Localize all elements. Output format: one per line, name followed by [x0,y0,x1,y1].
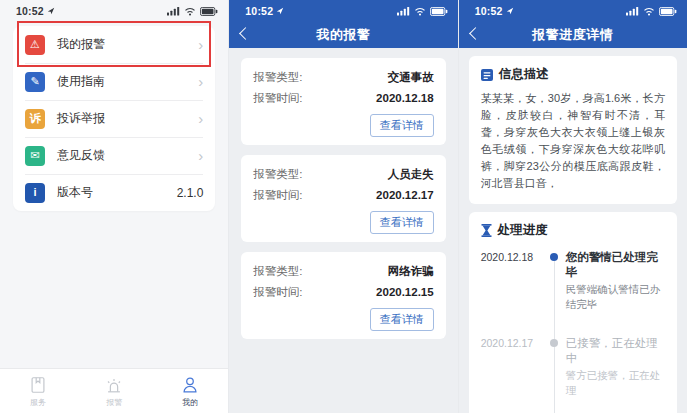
status-bar: 10:52 [0,0,228,22]
guide-pencil-icon: ✎ [25,72,45,92]
progress-panel: 处理进度 2020.12.18 您的警情已处理完毕 民警端确认警情已办结完毕 2… [469,212,677,413]
location-arrow-icon [506,7,514,15]
menu-item-label: 投诉举报 [57,110,198,127]
report-time-value: 2020.12.17 [376,189,434,201]
view-details-button[interactable]: 查看详情 [370,308,434,331]
complaint-character-icon: 诉 [25,109,45,129]
screen-my-reports: 10:52 我的报警 报警类型: 交通事故 [228,0,457,413]
version-number: 2.1.0 [177,186,204,200]
timeline-date: 2020.12.18 [481,250,543,312]
report-type-label: 报警类型: [253,70,302,85]
page-title: 我的报警 [316,26,370,44]
menu-item-complaints[interactable]: 诉 投诉举报 › [13,100,215,137]
report-card: 报警类型: 人员走失 报警时间: 2020.12.17 查看详情 [241,155,445,242]
report-type-value: 人员走失 [388,167,434,182]
status-bar: 10:52 [459,0,687,22]
timeline-title: 您的警情已处理完毕 [566,250,665,280]
timeline-entry: 2020.12.17 已接警，正在处理中 警方已接警，正在处理 [481,336,665,398]
report-card: 报警类型: 网络诈骗 报警时间: 2020.12.15 查看详情 [241,252,445,339]
page-title: 报警进度详情 [532,26,613,44]
battery-icon [200,7,218,16]
wifi-icon [414,7,426,16]
report-type-label: 报警类型: [253,264,302,279]
section-title: 处理进度 [498,222,548,239]
chevron-right-icon: › [198,74,203,89]
menu-item-label: 意见反馈 [57,147,198,164]
wifi-icon [643,7,655,16]
tab-label: 我的 [182,397,198,408]
alarm-siren-icon [104,375,124,395]
battery-icon [659,7,677,16]
timeline-date: 2020.12.17 [481,336,543,398]
signal-icon [167,6,180,16]
menu-item-feedback[interactable]: ✉ 意见反馈 › [13,137,215,174]
info-description-panel: 信息描述 某某某，女，30岁，身高1.6米，长方脸，皮肤较白，神智有时不清，耳聋… [469,56,677,204]
timeline-dot [550,339,558,347]
report-time-value: 2020.12.18 [376,92,434,104]
menu-item-my-reports[interactable]: ⚠ 我的报警 › [13,26,215,63]
tab-label: 服务 [30,397,46,408]
menu-item-label: 使用指南 [57,73,198,90]
menu-item-version: i 版本号 2.1.0 [13,174,215,211]
back-chevron-icon[interactable] [469,27,482,40]
report-type-label: 报警类型: [253,167,302,182]
report-time-value: 2020.12.15 [376,286,434,298]
menu-item-label: 我的报警 [57,36,198,53]
tab-mine[interactable]: 我的 [152,369,228,413]
tab-services[interactable]: 服务 [0,369,76,413]
progress-timeline: 2020.12.18 您的警情已处理完毕 民警端确认警情已办结完毕 2020.1… [481,246,665,413]
screen-profile-menu: 10:52 ⚠ 我的报警 › ✎ 使用指南 › 诉 [0,0,228,413]
report-time-label: 报警时间: [253,285,302,300]
document-icon [481,69,493,81]
location-arrow-icon [47,7,55,15]
report-card: 报警类型: 交通事故 报警时间: 2020.12.18 查看详情 [241,58,445,145]
report-time-label: 报警时间: [253,188,302,203]
alert-triangle-icon: ⚠ [25,35,45,55]
timeline-subtitle: 警方已接警，正在处理 [566,368,665,398]
services-bookmark-icon [28,375,48,395]
nav-bar: 我的报警 [229,22,457,48]
location-arrow-icon [276,7,284,15]
timeline-subtitle: 民警端确认警情已办结完毕 [566,282,665,312]
tab-report[interactable]: 报警 [76,369,152,413]
person-icon [180,375,200,395]
status-time: 10:52 [245,5,273,17]
report-type-value: 网络诈骗 [388,264,434,279]
status-time: 10:52 [16,5,44,17]
timeline-entry: 2020.12.18 您的警情已处理完毕 民警端确认警情已办结完毕 [481,250,665,312]
section-title: 信息描述 [499,66,549,83]
info-icon: i [25,183,45,203]
three-screen-screenshot: 10:52 ⚠ 我的报警 › ✎ 使用指南 › 诉 [0,0,687,413]
chevron-right-icon: › [198,37,203,52]
bottom-tab-bar: 服务 报警 我的 [0,368,228,413]
hourglass-icon [481,224,492,237]
menu-item-user-guide[interactable]: ✎ 使用指南 › [13,63,215,100]
status-time: 10:52 [475,5,503,17]
tab-label: 报警 [106,397,122,408]
signal-icon [397,6,410,16]
report-type-value: 交通事故 [388,70,434,85]
view-details-button[interactable]: 查看详情 [370,211,434,234]
battery-icon [430,7,448,16]
signal-icon [626,6,639,16]
wifi-icon [184,7,196,16]
app-header: 10:52 报警进度详情 [459,0,687,48]
envelope-icon: ✉ [25,146,45,166]
timeline-dot [550,253,558,261]
menu-item-label: 版本号 [57,184,177,201]
profile-menu-card: ⚠ 我的报警 › ✎ 使用指南 › 诉 投诉举报 › ✉ 意见反馈 › i 版本 [13,26,215,211]
timeline-title: 已接警，正在处理中 [566,336,665,366]
view-details-button[interactable]: 查看详情 [370,114,434,137]
status-bar: 10:52 [229,0,457,22]
description-text: 某某某，女，30岁，身高1.6米，长方脸，皮肤较白，神智有时不清，耳聋，身穿灰色… [481,90,665,192]
back-chevron-icon[interactable] [239,27,252,40]
screen-report-progress: 10:52 报警进度详情 信息描述 [458,0,687,413]
app-header: 10:52 我的报警 [229,0,457,48]
chevron-right-icon: › [198,148,203,163]
nav-bar: 报警进度详情 [459,22,687,48]
chevron-right-icon: › [198,111,203,126]
report-time-label: 报警时间: [253,91,302,106]
